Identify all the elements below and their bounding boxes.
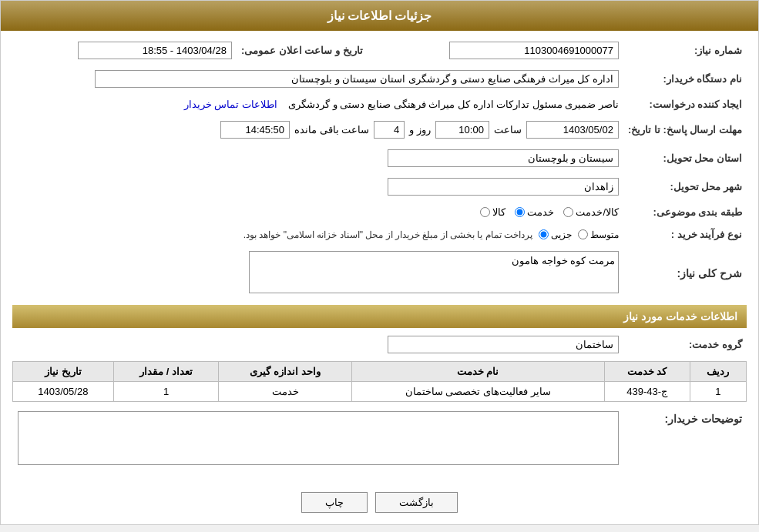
delivery-province-field: سیستان و بلوچستان — [388, 149, 619, 167]
purchase-type-jozii[interactable]: جزیی — [539, 229, 572, 240]
delivery-city-label: شهر محل تحویل: — [623, 175, 747, 199]
table-cell-row_num: 1 — [690, 382, 746, 402]
datetime-label: تاریخ و ساعت اعلان عمومی: — [237, 38, 378, 62]
button-row: بازگشت چاپ — [1, 483, 758, 524]
response-deadline-label: مهلت ارسال پاسخ: تا تاریخ: — [623, 118, 747, 142]
datetime-field: 1403/04/28 - 18:55 — [78, 42, 232, 59]
need-number-field: 1103004691000077 — [449, 42, 619, 59]
delivery-city-value: زاهدان — [12, 175, 623, 199]
datetime-value: 1403/04/28 - 18:55 — [12, 38, 237, 62]
buyer-org-label: نام دستگاه خریدار: — [623, 67, 747, 91]
subject-radio-group: کالا/خدمت خدمت کالا — [480, 206, 619, 218]
subject-kala-label: کالا — [492, 206, 505, 218]
response-days-field: 4 — [374, 121, 405, 139]
info-table-row2: نام دستگاه خریدار: اداره کل میراث فرهنگی… — [12, 67, 747, 91]
response-days-label: روز و — [409, 124, 431, 136]
subject-type-options: کالا/خدمت خدمت کالا — [12, 203, 623, 221]
purchase-type-note: پرداخت تمام یا بخشی از مبلغ خریدار از مح… — [243, 229, 532, 240]
services-section-title: اطلاعات خدمات مورد نیاز — [623, 310, 737, 323]
info-table-row7: طبقه بندی موضوعی: کالا/خدمت خدمت کالا — [12, 203, 747, 221]
subject-radio-kala-khedmat[interactable]: کالا/خدمت — [563, 206, 619, 218]
subject-kala-khedmat-label: کالا/خدمت — [576, 206, 619, 218]
need-number-value: 1103004691000077 — [378, 38, 623, 62]
subject-radio-kala[interactable]: کالا — [480, 206, 505, 218]
response-remaining-field: 14:45:50 — [220, 121, 290, 139]
purchase-type-motavasset[interactable]: متوسط — [578, 229, 619, 240]
buyer-desc-textarea[interactable] — [18, 411, 619, 465]
response-time-label: ساعت — [494, 124, 522, 136]
purchase-type-options: متوسط جزیی پرداخت تمام یا بخشی از مبلغ خ… — [12, 226, 623, 243]
buyer-org-value: اداره کل میراث فرهنگی صنایع دستی و گردشگ… — [12, 67, 623, 91]
purchase-type-label: نوع فرآیند خرید : — [623, 226, 747, 243]
service-group-value: ساختمان — [12, 333, 623, 356]
col-need-date: تاریخ نیاز — [13, 362, 114, 382]
service-group-label: گروه خدمت: — [623, 333, 747, 356]
info-table-row8: نوع فرآیند خرید : متوسط جزیی پرداخت تمام… — [12, 226, 747, 243]
table-cell-service_name: سایر فعالیت‌های تخصصی ساختمان — [351, 382, 604, 402]
narration-table: شرح کلی نیاز: — [12, 248, 747, 299]
info-table-row1: شماره نیاز: 1103004691000077 تاریخ و ساع… — [12, 38, 747, 62]
delivery-province-label: استان محل تحویل: — [623, 146, 747, 170]
buyer-org-field: اداره کل میراث فرهنگی صنایع دستی و گردشگ… — [95, 70, 619, 88]
creator-name: ناصر ضمیری مسئول تدارکات اداره کل میراث … — [288, 99, 619, 110]
services-table-body: 1ج-43-439سایر فعالیت‌های تخصصی ساختمانخد… — [13, 382, 747, 402]
response-time-field: 10:00 — [435, 121, 489, 139]
subject-type-label: طبقه بندی موضوعی: — [623, 203, 747, 221]
service-group-table: گروه خدمت: ساختمان — [12, 333, 747, 356]
table-cell-service_code: ج-43-439 — [604, 382, 690, 402]
col-service-name: نام خدمت — [351, 362, 604, 382]
content-area: شماره نیاز: 1103004691000077 تاریخ و ساع… — [1, 31, 758, 483]
narration-value — [12, 248, 623, 299]
services-table-header-row: ردیف کد خدمت نام خدمت واحد اندازه گیری ت… — [13, 362, 747, 382]
purchase-jozii-input[interactable] — [539, 229, 549, 239]
page-header: جزئیات اطلاعات نیاز — [1, 1, 758, 31]
page-container: جزئیات اطلاعات نیاز شماره نیاز: 11030046… — [0, 0, 759, 525]
need-number-label: شماره نیاز: — [623, 38, 747, 62]
deadline-row: 1403/05/02 ساعت 10:00 روز و 4 ساعت باقی … — [17, 121, 619, 139]
purchase-jozii-label: جزیی — [551, 229, 572, 240]
creator-value: ناصر ضمیری مسئول تدارکات اداره کل میراث … — [12, 95, 623, 113]
services-table-head: ردیف کد خدمت نام خدمت واحد اندازه گیری ت… — [13, 362, 747, 382]
buyer-desc-label: توضیحات خریدار: — [623, 408, 747, 470]
response-deadline-row: 1403/05/02 ساعت 10:00 روز و 4 ساعت باقی … — [12, 118, 623, 142]
page-title: جزئیات اطلاعات نیاز — [327, 9, 432, 22]
col-row-num: ردیف — [690, 362, 746, 382]
table-cell-need_date: 1403/05/28 — [13, 382, 114, 402]
delivery-city-field: زاهدان — [388, 178, 619, 196]
delivery-province-value: سیستان و بلوچستان — [12, 146, 623, 170]
info-table-row3: ایجاد کننده درخواست: ناصر ضمیری مسئول تد… — [12, 95, 747, 113]
info-table-row5: استان محل تحویل: سیستان و بلوچستان — [12, 146, 747, 170]
services-table: ردیف کد خدمت نام خدمت واحد اندازه گیری ت… — [12, 361, 747, 402]
subject-radio-khedmat-input[interactable] — [515, 207, 525, 217]
narration-label: شرح کلی نیاز: — [623, 248, 747, 299]
purchase-type-row: متوسط جزیی پرداخت تمام یا بخشی از مبلغ خ… — [17, 229, 619, 240]
subject-khedmat-label: خدمت — [527, 206, 554, 218]
narration-textarea[interactable] — [249, 251, 619, 293]
services-section-header: اطلاعات خدمات مورد نیاز — [12, 305, 747, 328]
purchase-motavasset-label: متوسط — [590, 229, 619, 240]
back-button[interactable]: بازگشت — [375, 492, 458, 513]
buyer-desc-value — [12, 408, 623, 470]
subject-radio-kala-khedmat-input[interactable] — [563, 207, 573, 217]
subject-radio-khedmat[interactable]: خدمت — [515, 206, 554, 218]
table-cell-unit: خدمت — [219, 382, 351, 402]
subject-radio-kala-input[interactable] — [480, 207, 490, 217]
print-button[interactable]: چاپ — [301, 492, 368, 513]
col-unit: واحد اندازه گیری — [219, 362, 351, 382]
purchase-motavasset-input[interactable] — [578, 229, 588, 239]
info-table-row4: مهلت ارسال پاسخ: تا تاریخ: 1403/05/02 سا… — [12, 118, 747, 142]
table-row: 1ج-43-439سایر فعالیت‌های تخصصی ساختمانخد… — [13, 382, 747, 402]
col-service-code: کد خدمت — [604, 362, 690, 382]
response-remaining-label: ساعت باقی مانده — [294, 124, 369, 136]
creator-contact-link[interactable]: اطلاعات تماس خریدار — [184, 99, 277, 110]
creator-label: ایجاد کننده درخواست: — [623, 95, 747, 113]
response-date-field: 1403/05/02 — [526, 121, 619, 139]
info-table-row6: شهر محل تحویل: زاهدان — [12, 175, 747, 199]
service-group-field: ساختمان — [388, 336, 619, 353]
buyer-desc-table: توضیحات خریدار: — [12, 408, 747, 470]
table-cell-quantity: 1 — [113, 382, 219, 402]
narration-label-text: شرح کلی نیاز: — [677, 267, 742, 279]
col-quantity: تعداد / مقدار — [113, 362, 219, 382]
